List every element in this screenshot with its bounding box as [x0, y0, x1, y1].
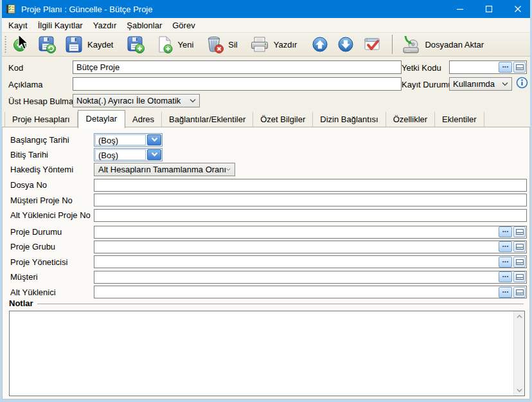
close-button[interactable] [503, 0, 532, 18]
print-icon [249, 35, 270, 54]
proje-grubu-detail-button[interactable] [513, 241, 526, 252]
calendar-dropdown-button[interactable] [147, 149, 161, 160]
import-from-file-icon [400, 34, 421, 55]
import-button-label: Dosyadan Aktar [425, 40, 484, 50]
proje-durumu-detail-button[interactable] [513, 226, 526, 237]
menu-sablonlar[interactable]: Şablonlar [121, 19, 167, 32]
yetki-kodu-browse-button[interactable]: ... [499, 62, 512, 73]
header-form: Kod Açıklama Üst Hesap Bulma Nokta(.) Ay… [2, 57, 530, 111]
field-row-proje-durumu: Proje Durumu ... [10, 226, 529, 239]
group-rule [37, 304, 524, 304]
yetki-kodu-field: ... [449, 60, 527, 74]
proje-grubu-input[interactable] [94, 241, 527, 253]
close-icon [514, 5, 522, 13]
previous-record-button[interactable] [310, 33, 330, 55]
notlar-textarea[interactable] [10, 311, 513, 396]
calendar-dropdown-button[interactable] [147, 134, 161, 145]
musteri-input[interactable] [94, 271, 527, 284]
dosya-no-input[interactable] [94, 179, 527, 192]
dosya-no-label: Dosya No [10, 180, 94, 190]
tab-ozet-bilgiler[interactable]: Özet Bilgiler [253, 112, 313, 127]
musteri-label: Müşteri [10, 272, 94, 282]
ust-hesap-bulma-select[interactable]: Nokta(.) Ayıracı İle Otomatik [73, 94, 200, 107]
menu-kayit[interactable]: Kayıt [3, 19, 33, 32]
delete-button[interactable]: Sil [204, 33, 238, 55]
musteri-proje-no-input[interactable] [94, 194, 527, 206]
minimize-button[interactable] [445, 0, 474, 18]
save-new-icon [126, 35, 145, 54]
new-record-icon [155, 35, 173, 54]
kod-input[interactable] [73, 60, 402, 74]
menu-gorev[interactable]: Görev [167, 19, 200, 32]
aciklama-label: Açıklama [8, 80, 42, 89]
next-record-button[interactable] [335, 33, 356, 55]
add-record-button[interactable] [10, 33, 30, 55]
app-window: Proje Planı : Güncelle - Bütçe Proje Kay… [0, 0, 532, 402]
save-new-button[interactable] [125, 33, 146, 55]
next-record-icon [337, 35, 355, 53]
notlar-box [9, 311, 525, 396]
title-bar: Proje Planı : Güncelle - Bütçe Proje [0, 0, 532, 18]
tab-ozellikler[interactable]: Özellikler [386, 112, 435, 127]
delete-button-label: Sil [228, 40, 237, 50]
save-button[interactable]: Kaydet [63, 33, 114, 55]
save-button-label: Kaydet [87, 40, 113, 50]
alt-yuklenici-input[interactable] [94, 286, 527, 298]
proje-yoneticisi-label: Proje Yöneticisi [10, 257, 94, 267]
toolbar-grip[interactable] [4, 35, 6, 53]
alt-yuklenici-browse-button[interactable]: ... [499, 287, 512, 298]
kayit-durumu-label: Kayıt Durumu [402, 80, 452, 89]
field-row-musteri-proje-no: Müşteri Proje No [10, 194, 529, 206]
scroll-up-button[interactable] [514, 311, 525, 322]
tab-baglantilar-eklentiler[interactable]: Bağlantılar/Eklentiler [162, 112, 253, 127]
hakedis-yontemi-label: Hakediş Yöntemi [10, 165, 94, 174]
baslangic-tarihi-select[interactable]: (Boş) [94, 133, 163, 147]
musteri-browse-button[interactable]: ... [499, 271, 512, 282]
approve-button[interactable] [361, 33, 383, 55]
chevron-down-icon [151, 152, 158, 157]
tab-eklentiler[interactable]: Eklentiler [435, 112, 484, 127]
field-row-bitis-tarihi: Bitiş Tarihi (Boş) [10, 148, 529, 161]
tab-dizin-baglantisi[interactable]: Dizin Bağlantısı [313, 112, 386, 127]
alt-yuklenici-proje-no-input[interactable] [94, 209, 527, 222]
maximize-icon [485, 5, 493, 13]
field-row-alt-yuklenici: Alt Yüklenici ... [10, 286, 529, 298]
aciklama-input[interactable] [73, 77, 402, 91]
proje-grubu-browse-button[interactable]: ... [499, 241, 512, 252]
musteri-proje-no-label: Müşteri Proje No [10, 196, 94, 205]
print-button-label: Yazdır [274, 40, 297, 50]
field-row-hakedis-yontemi: Hakediş Yöntemi Alt Hesapların Tamamlanm… [10, 163, 529, 176]
hakedis-yontemi-select[interactable]: Alt Hesapların Tamamlanma Oranı [94, 163, 235, 176]
musteri-field: ... [94, 271, 527, 284]
import-from-file-button[interactable]: Dosyadan Aktar [399, 33, 485, 55]
proje-durumu-input[interactable] [94, 226, 527, 239]
proje-durumu-browse-button[interactable]: ... [499, 226, 512, 237]
field-row-baslangic-tarihi: Başlangıç Tarihi (Boş) [10, 133, 529, 146]
scroll-down-button[interactable] [514, 385, 525, 396]
form-detail-icon [516, 244, 524, 250]
delete-icon [205, 35, 224, 54]
tab-proje-hesaplari[interactable]: Proje Hesapları [4, 112, 78, 127]
tab-detaylar[interactable]: Detaylar [78, 110, 125, 128]
print-button[interactable]: Yazdır [248, 33, 299, 55]
alt-yuklenici-label: Alt Yüklenici [10, 288, 94, 297]
save-icon [64, 35, 84, 54]
menu-ilgili-kayitlar[interactable]: İlgili Kayıtlar [33, 19, 88, 32]
notlar-scrollbar[interactable] [513, 311, 524, 396]
proje-yoneticisi-browse-button[interactable]: ... [499, 257, 512, 268]
proje-yoneticisi-input[interactable] [94, 255, 527, 268]
kayit-durumu-select[interactable]: Kullanımda [449, 77, 512, 91]
musteri-detail-button[interactable] [513, 271, 526, 282]
new-record-button[interactable]: Yeni [154, 33, 195, 55]
save-refresh-button[interactable] [36, 33, 58, 55]
tab-adres[interactable]: Adres [125, 112, 162, 127]
info-icon[interactable] [516, 77, 528, 89]
yetki-kodu-detail-button[interactable] [513, 62, 526, 73]
alt-yuklenici-detail-button[interactable] [513, 287, 526, 298]
bitis-tarihi-select[interactable]: (Boş) [94, 148, 163, 161]
menu-yazdir[interactable]: Yazdır [88, 19, 122, 32]
proje-yoneticisi-detail-button[interactable] [513, 257, 526, 268]
baslangic-tarihi-value: (Boş) [95, 134, 146, 145]
bitis-tarihi-label: Bitiş Tarihi [10, 150, 94, 160]
maximize-button[interactable] [474, 0, 503, 18]
